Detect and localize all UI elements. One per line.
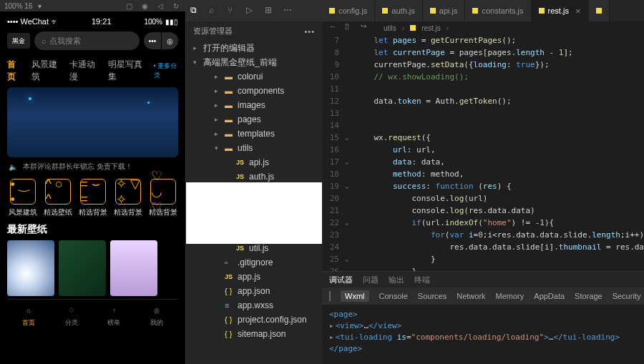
tree-item[interactable]: ▸▬pages <box>186 112 322 127</box>
nav-more[interactable]: • 更多分类 <box>154 62 178 80</box>
nav-tab-3[interactable]: 明星写真集 <box>108 59 144 83</box>
explorer-icon[interactable]: ⧉ <box>190 5 202 16</box>
devtools-tab[interactable]: Wxml <box>341 290 369 302</box>
category-item[interactable]: ♡ ◡ ♡精选背景 <box>147 179 178 217</box>
fold-icon[interactable]: ⌄ <box>345 253 348 265</box>
bookmark-icon[interactable]: ▯ <box>345 22 356 34</box>
devtools-tab[interactable]: Security <box>613 292 641 300</box>
tabbar-item[interactable]: ⌂首页 <box>22 304 35 328</box>
tabbar-item[interactable]: ↑榜单 <box>107 304 120 328</box>
tree-section[interactable]: ▾高端黑金壁纸_前端 <box>186 55 322 69</box>
tree-item[interactable]: ▸▬colorui <box>186 69 322 84</box>
ext-icon[interactable]: ⊞ <box>265 5 276 16</box>
tree-item[interactable]: ≡app.wxss <box>186 298 322 313</box>
tree-item[interactable]: ▸▬images <box>186 98 322 112</box>
branch-icon[interactable]: ⑂ <box>228 5 239 16</box>
code-editor[interactable]: let pages = getCurrentPages(); let curre… <box>355 34 644 271</box>
category-nav: 首页 风景建筑 卡通动漫 明星写真集 • 更多分类 <box>7 54 178 87</box>
wallpaper-thumb[interactable] <box>7 240 54 296</box>
close-icon[interactable]: × <box>575 6 581 16</box>
capsule-close[interactable]: ◎ <box>161 32 178 49</box>
nav-tab-2[interactable]: 卡通动漫 <box>69 59 98 83</box>
capsule-menu[interactable]: ••• <box>144 32 161 49</box>
tree-item[interactable]: ▾▬utils <box>186 141 322 155</box>
tree-item[interactable]: { }project.config.json <box>186 313 322 327</box>
editor-tab[interactable]: auth.js <box>375 0 422 21</box>
devtools-tab[interactable]: Memory <box>496 292 525 300</box>
zoom-level: 100% 16 <box>4 2 32 10</box>
fold-icon[interactable]: ⌄ <box>345 180 348 192</box>
inspect-icon[interactable] <box>329 291 331 301</box>
speaker-icon: 🔈 <box>9 163 19 170</box>
fold-icon[interactable]: ⌄ <box>345 132 348 144</box>
explorer-title: 资源管理器 <box>193 26 233 36</box>
search-input[interactable]: ⌕ 点我搜索 <box>34 31 140 50</box>
tree-item[interactable]: JSauth.js <box>186 169 322 184</box>
device-icon[interactable]: ▢ <box>124 1 134 11</box>
fold-icon[interactable]: ⌄ <box>345 217 348 229</box>
devtools-top-tab[interactable]: 输出 <box>389 275 404 285</box>
tree-item[interactable]: JSapi.js <box>186 155 322 169</box>
wallpaper-thumb[interactable] <box>59 240 106 296</box>
editor-tab[interactable]: config.js <box>322 0 375 21</box>
tree-item[interactable]: ▸▬templates <box>186 127 322 141</box>
category-item[interactable]: = ⌣ =精选背景 <box>77 179 108 217</box>
search-placeholder: 点我搜索 <box>49 36 81 46</box>
record-icon[interactable]: ◉ <box>140 1 150 11</box>
explorer-more-icon[interactable]: ••• <box>304 27 315 36</box>
fold-icon[interactable]: ⌄ <box>345 156 348 168</box>
search-icon: ⌕ <box>42 36 47 45</box>
editor-tab[interactable]: api.js <box>423 0 466 21</box>
refresh-icon[interactable]: ↻ <box>171 1 181 11</box>
editor-tab[interactable]: rest.js× <box>532 0 589 21</box>
popup-overlay <box>186 182 322 244</box>
go-back-icon[interactable]: ← <box>329 22 341 34</box>
devtools-tab[interactable]: Network <box>457 292 485 300</box>
wallpaper-thumb[interactable] <box>110 240 157 296</box>
section-title: 最新壁纸 <box>7 223 178 236</box>
tree-item[interactable]: { }sitemap.json <box>186 327 322 341</box>
tree-item[interactable]: ▫.gitignore <box>186 255 322 270</box>
tabbar-item[interactable]: ♡分类 <box>65 304 78 328</box>
devtools-tab[interactable]: AppData <box>534 292 565 300</box>
debug-icon[interactable]: ▷ <box>246 5 258 16</box>
tabbar-item[interactable]: ◎我的 <box>150 304 163 328</box>
marquee-text: 本群评论群群长年锁忘 免责下载！ <box>23 162 132 172</box>
search-panel-icon[interactable]: ⌕ <box>209 5 220 16</box>
category-item[interactable]: ✧ ▽ ✧精选背景 <box>112 179 143 217</box>
tree-section[interactable]: ▸打开的编辑器 <box>186 41 322 55</box>
back-icon[interactable]: ◁ <box>155 1 165 11</box>
devtools-tab[interactable]: Storage <box>575 292 602 300</box>
breadcrumb-item[interactable]: utils <box>384 24 396 32</box>
simulator-toolbar: 100% 16 ▾ ▢ ◉ ◁ ↻ <box>0 0 185 11</box>
battery-pct: 100% <box>144 18 162 26</box>
devtools-top-tab[interactable]: 终端 <box>414 275 430 285</box>
editor-tab-overflow[interactable] <box>589 0 610 21</box>
tree-item[interactable]: { }app.json <box>186 284 322 298</box>
nav-tab-home[interactable]: 首页 <box>7 59 21 83</box>
more-icon[interactable]: ⋯ <box>283 5 295 16</box>
editor-tab[interactable]: constants.js <box>465 0 531 21</box>
devtools-wxml[interactable]: <page> ▸<view>…</view> ▸<tui-loading is=… <box>322 305 644 364</box>
hero-banner[interactable] <box>7 87 178 157</box>
devtools-top-tab[interactable]: 问题 <box>363 275 379 285</box>
category-item[interactable]: ^ ○ ^精选壁纸 <box>42 179 73 217</box>
devtools-tab[interactable]: Sources <box>418 292 447 300</box>
tree-item[interactable]: JSapp.js <box>186 270 322 284</box>
devtools-tab[interactable]: Console <box>379 292 408 300</box>
activity-bar: ⧉ ⌕ ⑂ ▷ ⊞ ⋯ <box>186 0 322 21</box>
app-logo: 黑金 <box>7 33 30 49</box>
devtools-top-tab[interactable]: 调试器 <box>329 275 353 285</box>
breadcrumb-item[interactable]: rest.js <box>421 24 441 32</box>
nav-tab-1[interactable]: 风景建筑 <box>31 59 60 83</box>
phone-simulator: •••• WeChat ᯤ 19:21 100% ▮▮▯ 黑金 ⌕ 点我搜索 •… <box>0 11 185 364</box>
category-item[interactable]: • ‿ •风景建筑 <box>7 179 38 217</box>
status-time: 19:21 <box>59 17 144 26</box>
go-fwd-icon[interactable]: ↪ <box>361 22 372 34</box>
carrier: WeChat <box>20 17 49 26</box>
tree-item[interactable]: ▸▬components <box>186 84 322 98</box>
